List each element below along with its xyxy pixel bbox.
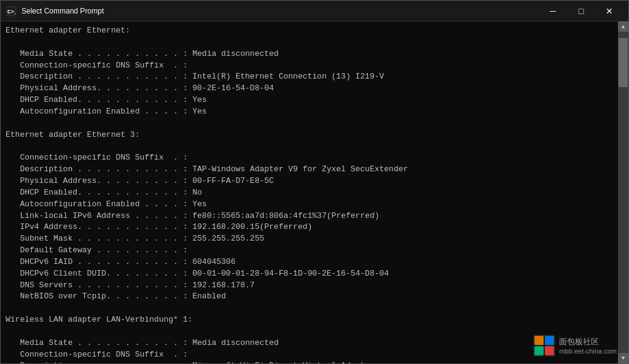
minimize-button[interactable]: ─ [539,1,567,21]
svg-rect-5 [545,336,554,345]
watermark-logo [533,335,555,357]
svg-text:C>_: C>_ [7,9,16,15]
terminal-output[interactable]: Ethernet adapter Ethernet: Media State .… [1,21,618,363]
maximize-button[interactable]: □ [567,1,595,21]
window-title: Select Command Prompt [21,7,539,15]
svg-rect-4 [534,336,544,345]
scrollbar-down-button[interactable]: ▼ [618,353,628,363]
close-button[interactable]: ✕ [595,1,623,21]
window-controls: ─ □ ✕ [539,1,623,21]
scrollbar-up-button[interactable]: ▲ [618,21,628,32]
watermark-text: 面包板社区 mbb.eet-china.com [559,336,617,355]
cmd-icon: C>_ [6,6,17,17]
watermark-site: 面包板社区 [559,336,617,347]
watermark-url: mbb.eet-china.com [559,347,617,355]
content-wrapper: Ethernet adapter Ethernet: Media State .… [1,21,628,363]
watermark: 面包板社区 mbb.eet-china.com [533,335,617,357]
title-bar: C>_ Select Command Prompt ─ □ ✕ [1,1,628,21]
svg-rect-7 [545,346,554,355]
scrollbar[interactable]: ▲ ▼ [618,21,628,363]
scrollbar-thumb[interactable] [619,38,628,87]
scrollbar-track [618,32,628,353]
svg-rect-6 [534,346,544,355]
cmd-window: C>_ Select Command Prompt ─ □ ✕ Ethernet… [0,0,629,364]
